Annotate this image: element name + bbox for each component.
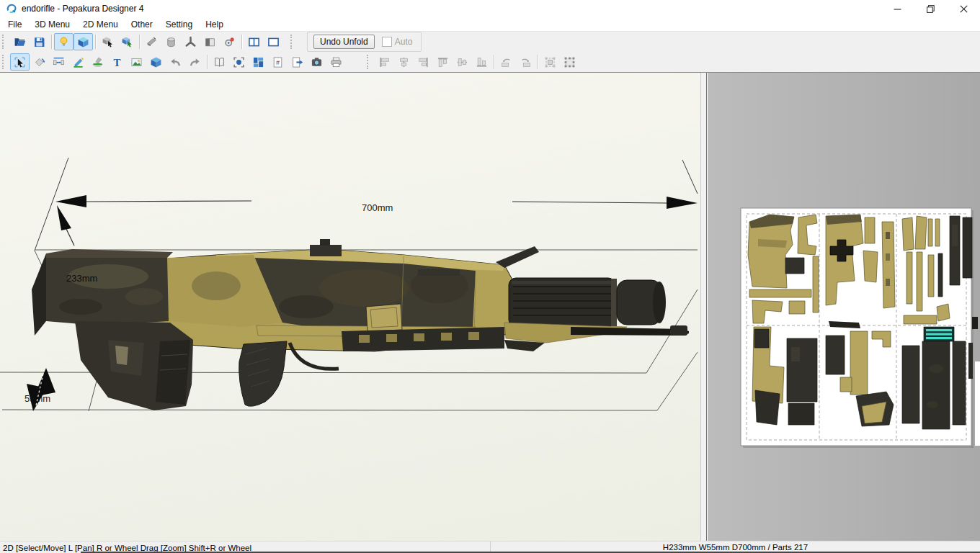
layout-single-pane-button[interactable]	[264, 33, 283, 50]
pencil-icon	[72, 56, 84, 68]
menu-other[interactable]: Other	[125, 18, 159, 31]
open-file-button[interactable]	[10, 33, 30, 50]
image-icon	[130, 56, 143, 68]
caltrop-icon	[184, 36, 197, 48]
align-right-button[interactable]	[414, 53, 433, 71]
insert-text-button[interactable]: T	[107, 53, 127, 71]
align-bottom-button[interactable]	[472, 53, 491, 71]
status-hint: 2D [Select/Move] L [Pan] R or Wheel Drag…	[0, 544, 490, 552]
model-endorifle[interactable]	[32, 239, 689, 410]
capture-view-button[interactable]	[307, 53, 326, 71]
printer-icon	[330, 56, 342, 68]
rotate-counterclockwise-button[interactable]	[496, 53, 516, 71]
close-button[interactable]	[947, 0, 980, 17]
arrange-icon	[252, 56, 264, 68]
undo-unfold-button[interactable]: Undo Unfold	[313, 35, 375, 49]
insert-image-button[interactable]	[127, 53, 146, 71]
auto-checkbox[interactable]	[382, 37, 392, 47]
workspace: 700mm 233mm 55mm	[0, 72, 980, 541]
light-bulb-icon	[58, 36, 70, 48]
smooth-cylinder-button[interactable]	[161, 33, 181, 50]
auto-checkbox-label: Auto	[395, 37, 413, 47]
toolbar-separator	[139, 35, 140, 49]
select-move-button[interactable]	[10, 53, 30, 71]
restore-button[interactable]	[914, 0, 947, 17]
app-logo-icon	[6, 3, 17, 14]
window-title: endorifle - Pepakura Designer 4	[22, 4, 143, 14]
toolbar-grip	[2, 55, 7, 69]
menu-help[interactable]: Help	[199, 18, 230, 31]
toolbar-separator	[51, 35, 52, 49]
view-reset-button[interactable]	[220, 33, 239, 50]
rotate-clockwise-button[interactable]	[516, 53, 535, 71]
title-bar: endorifle - Pepakura Designer 4	[0, 0, 980, 17]
depth-dimension-arrow	[27, 368, 55, 411]
book-icon	[213, 56, 226, 68]
select-through-3d-button[interactable]	[117, 33, 137, 50]
align-center-horizontal-button[interactable]	[394, 53, 414, 71]
menu-bar: File3D Menu2D MenuOtherSettingHelp	[0, 17, 980, 31]
auto-arrange-button[interactable]	[249, 53, 268, 71]
unfold-toolbar-group: Undo Unfold Auto	[307, 32, 422, 52]
folder-open-icon	[14, 36, 26, 48]
save-file-button[interactable]	[30, 33, 49, 50]
align-left-button[interactable]	[375, 53, 394, 71]
menu-setting[interactable]: Setting	[159, 18, 199, 31]
toolbar-separator	[494, 55, 494, 69]
edit-flaps-button[interactable]	[68, 53, 88, 71]
minimize-button[interactable]	[881, 0, 914, 17]
one-pane-icon	[267, 36, 280, 48]
print-button[interactable]	[326, 53, 346, 71]
move-to-page-button[interactable]	[288, 53, 307, 71]
cylinder-icon	[165, 36, 177, 48]
dimension-height-label: 233mm	[66, 273, 97, 284]
menu-3d-menu[interactable]: 3D Menu	[28, 18, 76, 31]
undo-icon	[169, 56, 182, 68]
camera-icon	[311, 56, 323, 68]
rotate-ccw-icon	[500, 56, 512, 68]
divide-join-parts-button[interactable]	[49, 53, 68, 71]
rotate-cw-icon	[520, 56, 532, 68]
ungroup-parts-button[interactable]	[560, 53, 579, 71]
toolbar-main: Undo Unfold Auto	[0, 31, 980, 52]
cube-blue-icon	[150, 56, 162, 68]
viewport-2d[interactable]	[708, 73, 980, 541]
focus-selection-button[interactable]	[229, 53, 249, 71]
toolbar-grip	[367, 55, 372, 69]
menu-2d-menu[interactable]: 2D Menu	[76, 18, 125, 31]
menu-file[interactable]: File	[1, 18, 28, 31]
rotation-axis-button[interactable]	[181, 33, 200, 50]
align-center-h-icon	[398, 56, 410, 68]
align-right-icon	[417, 56, 429, 68]
cube-select-through-icon	[121, 36, 133, 48]
target-icon	[233, 56, 245, 68]
undo-button[interactable]	[166, 53, 185, 71]
show-corresponding-face-button[interactable]	[146, 53, 166, 71]
redo-button[interactable]	[185, 53, 205, 71]
wedge-icon	[146, 36, 158, 48]
layout-both-panes-button[interactable]	[244, 33, 264, 50]
paint-fill-button[interactable]	[88, 53, 107, 71]
align-middle-vertical-button[interactable]	[453, 53, 472, 71]
page-numbering-button[interactable]: #	[268, 53, 288, 71]
group-icon	[544, 56, 556, 68]
toggle-light-button[interactable]	[54, 33, 74, 50]
close-icon	[960, 5, 968, 13]
page-number-icon: #	[272, 56, 284, 68]
teal-part[interactable]	[924, 327, 954, 341]
cube-select-icon	[102, 36, 114, 48]
pane-splitter[interactable]	[700, 73, 707, 541]
check-fold-line-button[interactable]	[210, 53, 229, 71]
align-bottom-icon	[476, 56, 488, 68]
toggle-texture-button[interactable]	[74, 33, 93, 50]
split-model-button[interactable]	[200, 33, 220, 50]
align-top-button[interactable]	[433, 53, 453, 71]
group-parts-button[interactable]	[540, 53, 560, 71]
viewport-3d[interactable]: 700mm 233mm 55mm	[0, 73, 700, 541]
rotate-part-button[interactable]	[30, 53, 49, 71]
two-pane-icon	[248, 36, 260, 48]
toolbar-2d: T#	[0, 52, 980, 72]
select-3d-button[interactable]	[98, 33, 117, 50]
edge-style-button[interactable]	[142, 33, 161, 50]
redo-icon	[189, 56, 201, 68]
